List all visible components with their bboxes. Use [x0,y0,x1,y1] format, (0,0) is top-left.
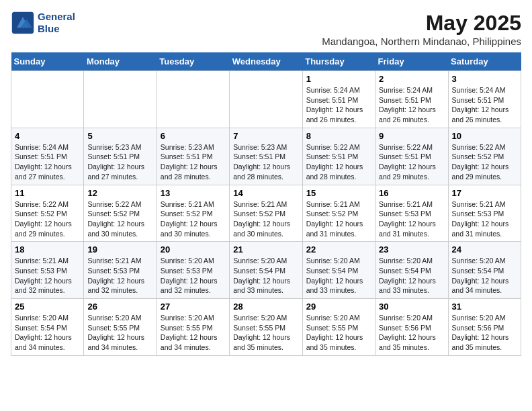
day-number: 9 [379,131,444,141]
day-number: 6 [161,131,226,141]
day-number: 8 [306,131,371,141]
calendar-cell: 16Sunrise: 5:21 AM Sunset: 5:53 PM Dayli… [375,185,448,242]
day-number: 4 [15,131,80,141]
column-header-sunday: Sunday [11,52,84,71]
cell-content: Sunrise: 5:21 AM Sunset: 5:53 PM Dayligh… [452,199,517,239]
calendar-cell: 28Sunrise: 5:20 AM Sunset: 5:55 PM Dayli… [230,299,302,356]
calendar-cell: 21Sunrise: 5:20 AM Sunset: 5:54 PM Dayli… [230,242,302,299]
cell-content: Sunrise: 5:20 AM Sunset: 5:53 PM Dayligh… [161,256,226,295]
column-header-monday: Monday [84,52,157,71]
cell-content: Sunrise: 5:20 AM Sunset: 5:54 PM Dayligh… [379,256,444,295]
cell-content: Sunrise: 5:20 AM Sunset: 5:56 PM Dayligh… [379,313,444,353]
day-number: 14 [233,188,298,198]
calendar-cell: 22Sunrise: 5:20 AM Sunset: 5:54 PM Dayli… [302,242,375,299]
day-number: 2 [379,74,444,84]
calendar-cell: 12Sunrise: 5:22 AM Sunset: 5:52 PM Dayli… [84,185,157,242]
calendar-cell: 25Sunrise: 5:20 AM Sunset: 5:54 PM Dayli… [11,299,84,356]
calendar-week-2: 4Sunrise: 5:24 AM Sunset: 5:51 PM Daylig… [11,128,521,185]
column-header-friday: Friday [375,52,448,71]
column-header-wednesday: Wednesday [230,52,302,71]
calendar-cell: 24Sunrise: 5:20 AM Sunset: 5:54 PM Dayli… [448,242,521,299]
cell-content: Sunrise: 5:20 AM Sunset: 5:54 PM Dayligh… [15,313,80,353]
calendar-cell [230,71,302,128]
column-header-saturday: Saturday [448,52,521,71]
calendar-cell: 30Sunrise: 5:20 AM Sunset: 5:56 PM Dayli… [375,299,448,356]
cell-content: Sunrise: 5:21 AM Sunset: 5:53 PM Dayligh… [87,256,152,295]
cell-content: Sunrise: 5:20 AM Sunset: 5:54 PM Dayligh… [233,256,298,295]
cell-content: Sunrise: 5:21 AM Sunset: 5:52 PM Dayligh… [233,199,298,239]
calendar-cell: 1Sunrise: 5:24 AM Sunset: 5:51 PM Daylig… [302,71,375,128]
cell-content: Sunrise: 5:20 AM Sunset: 5:55 PM Dayligh… [233,313,298,353]
calendar-cell [84,71,157,128]
day-number: 7 [233,131,298,141]
calendar-cell: 5Sunrise: 5:23 AM Sunset: 5:51 PM Daylig… [84,128,157,185]
calendar-cell: 26Sunrise: 5:20 AM Sunset: 5:55 PM Dayli… [84,299,157,356]
cell-content: Sunrise: 5:20 AM Sunset: 5:54 PM Dayligh… [452,256,517,295]
logo-text: General Blue [38,11,75,35]
day-number: 5 [87,131,152,141]
cell-content: Sunrise: 5:24 AM Sunset: 5:51 PM Dayligh… [15,142,80,182]
day-number: 22 [306,244,371,255]
cell-content: Sunrise: 5:23 AM Sunset: 5:51 PM Dayligh… [161,142,226,182]
cell-content: Sunrise: 5:24 AM Sunset: 5:51 PM Dayligh… [379,85,444,125]
day-number: 10 [452,131,517,141]
calendar-cell: 13Sunrise: 5:21 AM Sunset: 5:52 PM Dayli… [157,185,229,242]
calendar-cell: 18Sunrise: 5:21 AM Sunset: 5:53 PM Dayli… [11,242,84,299]
calendar-cell [157,71,229,128]
day-number: 3 [452,74,517,84]
day-number: 26 [87,302,152,312]
calendar-cell: 31Sunrise: 5:20 AM Sunset: 5:56 PM Dayli… [448,299,521,356]
page-subtitle: Mandangoa, Northern Mindanao, Philippine… [322,36,521,47]
calendar-cell: 27Sunrise: 5:20 AM Sunset: 5:55 PM Dayli… [157,299,229,356]
day-number: 12 [87,188,152,198]
calendar-week-5: 25Sunrise: 5:20 AM Sunset: 5:54 PM Dayli… [11,299,521,356]
calendar-body: 1Sunrise: 5:24 AM Sunset: 5:51 PM Daylig… [11,71,521,356]
cell-content: Sunrise: 5:21 AM Sunset: 5:53 PM Dayligh… [379,199,444,239]
logo: General Blue [11,11,75,35]
cell-content: Sunrise: 5:24 AM Sunset: 5:51 PM Dayligh… [306,85,371,125]
day-number: 23 [379,244,444,255]
cell-content: Sunrise: 5:22 AM Sunset: 5:52 PM Dayligh… [452,142,517,182]
cell-content: Sunrise: 5:23 AM Sunset: 5:51 PM Dayligh… [233,142,298,182]
cell-content: Sunrise: 5:22 AM Sunset: 5:51 PM Dayligh… [379,142,444,182]
calendar-cell: 19Sunrise: 5:21 AM Sunset: 5:53 PM Dayli… [84,242,157,299]
day-number: 27 [161,302,226,312]
day-number: 28 [233,302,298,312]
day-number: 19 [87,244,152,255]
day-number: 31 [452,302,517,312]
day-number: 15 [306,188,371,198]
cell-content: Sunrise: 5:23 AM Sunset: 5:51 PM Dayligh… [87,142,152,182]
cell-content: Sunrise: 5:24 AM Sunset: 5:51 PM Dayligh… [452,85,517,125]
column-header-thursday: Thursday [302,52,375,71]
day-number: 13 [161,188,226,198]
day-number: 1 [306,74,371,84]
cell-content: Sunrise: 5:21 AM Sunset: 5:52 PM Dayligh… [306,199,371,239]
calendar-cell: 29Sunrise: 5:20 AM Sunset: 5:55 PM Dayli… [302,299,375,356]
cell-content: Sunrise: 5:21 AM Sunset: 5:53 PM Dayligh… [15,256,80,295]
calendar-cell: 4Sunrise: 5:24 AM Sunset: 5:51 PM Daylig… [11,128,84,185]
logo-icon [11,11,35,35]
calendar-table: SundayMondayTuesdayWednesdayThursdayFrid… [11,52,521,356]
calendar-cell: 2Sunrise: 5:24 AM Sunset: 5:51 PM Daylig… [375,71,448,128]
calendar-cell: 3Sunrise: 5:24 AM Sunset: 5:51 PM Daylig… [448,71,521,128]
day-number: 29 [306,302,371,312]
calendar-week-3: 11Sunrise: 5:22 AM Sunset: 5:52 PM Dayli… [11,185,521,242]
day-number: 30 [379,302,444,312]
cell-content: Sunrise: 5:20 AM Sunset: 5:54 PM Dayligh… [306,256,371,295]
column-header-tuesday: Tuesday [157,52,229,71]
day-number: 20 [161,244,226,255]
cell-content: Sunrise: 5:22 AM Sunset: 5:51 PM Dayligh… [306,142,371,182]
calendar-header-row: SundayMondayTuesdayWednesdayThursdayFrid… [11,52,521,71]
calendar-cell: 11Sunrise: 5:22 AM Sunset: 5:52 PM Dayli… [11,185,84,242]
calendar-cell: 14Sunrise: 5:21 AM Sunset: 5:52 PM Dayli… [230,185,302,242]
day-number: 24 [452,244,517,255]
calendar-cell [11,71,84,128]
day-number: 17 [452,188,517,198]
title-area: May 2025 Mandangoa, Northern Mindanao, P… [322,11,521,47]
day-number: 11 [15,188,80,198]
page-header: General Blue May 2025 Mandangoa, Norther… [11,11,521,47]
calendar-cell: 15Sunrise: 5:21 AM Sunset: 5:52 PM Dayli… [302,185,375,242]
calendar-cell: 10Sunrise: 5:22 AM Sunset: 5:52 PM Dayli… [448,128,521,185]
calendar-cell: 6Sunrise: 5:23 AM Sunset: 5:51 PM Daylig… [157,128,229,185]
calendar-week-4: 18Sunrise: 5:21 AM Sunset: 5:53 PM Dayli… [11,242,521,299]
